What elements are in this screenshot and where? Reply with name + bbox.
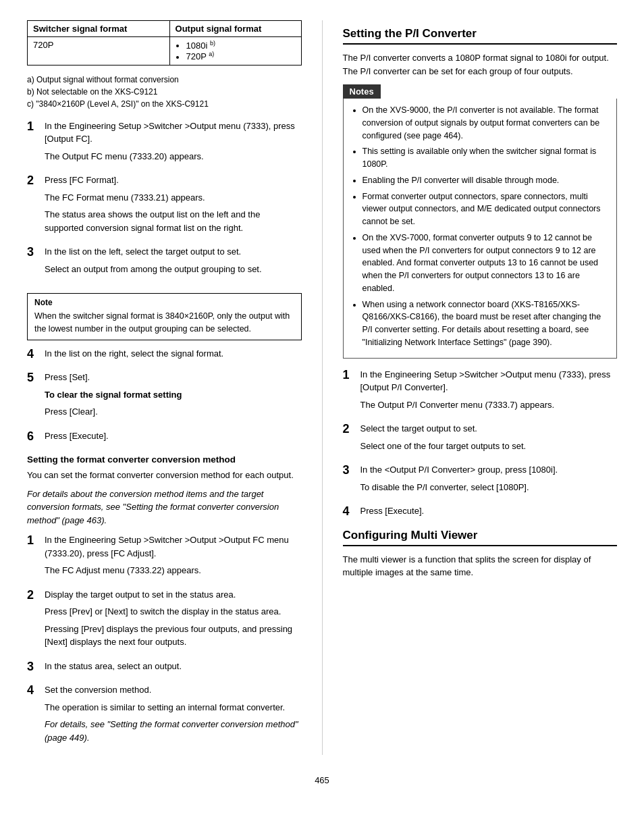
sub-step-3-content: In the status area, select an output. (45, 660, 302, 677)
subsection-italic-ref: For details about the conversion method … (27, 488, 302, 527)
step-1: 1 In the Engineering Setup >Switcher >Ou… (27, 120, 302, 167)
sub-step-1-number: 1 (27, 533, 39, 581)
note-item-5: On the XVS-7000, format converter output… (363, 232, 610, 295)
sub-step-3-number: 3 (27, 660, 39, 677)
footnotes: a) Output signal without format conversi… (27, 74, 302, 110)
step-3-number: 3 (27, 245, 39, 280)
sub-step-2: 2 Display the target output to set in th… (27, 588, 302, 653)
sub-step-4-sub1: The operation is similar to setting an i… (45, 701, 302, 714)
step-5-bold-label: To clear the signal format setting (45, 388, 302, 402)
step-1-sub: The Output FC menu (7333.20) appears. (45, 150, 302, 163)
note-item-3: Enabling the P/I converter will disable … (363, 174, 610, 187)
sub-step-1-sub: The FC Adjust menu (7333.22) appears. (45, 564, 302, 577)
right-step-1-main: In the Engineering Setup >Switcher >Outp… (360, 368, 618, 394)
subsection-heading: Setting the format converter conversion … (27, 454, 302, 465)
note-item-1: On the XVS-9000, the P/I converter is no… (363, 104, 610, 142)
right-step-4: 4 Press [Execute]. (343, 504, 618, 522)
sub-step-3-main: In the status area, select an output. (45, 660, 302, 673)
right-column: Setting the P/I Converter The P/I conver… (322, 20, 618, 755)
table-header-col1: Switcher signal format (28, 21, 170, 37)
list-item: 1080i b) (186, 40, 296, 51)
signal-format-table: Switcher signal format Output signal for… (27, 20, 302, 65)
step-6: 6 Press [Execute]. (27, 429, 302, 447)
right-step-4-main: Press [Execute]. (360, 504, 618, 518)
step-5-main: Press [Set]. (45, 371, 302, 384)
right-step-1-number: 1 (343, 368, 355, 416)
note-item-2: This setting is available only when the … (363, 145, 610, 171)
left-column: Switcher signal format Output signal for… (27, 20, 302, 755)
sub-step-2-number: 2 (27, 588, 39, 653)
table-cell-signal: 720P (28, 37, 170, 65)
step-5-bold-sub: Press [Clear]. (45, 405, 302, 419)
step-2-main: Press [FC Format]. (45, 174, 302, 187)
step-6-number: 6 (27, 429, 39, 447)
note-box-title: Note (34, 298, 294, 307)
pi-converter-heading: Setting the P/I Converter (343, 27, 618, 45)
step-4: 4 In the list on the right, select the s… (27, 347, 302, 365)
sub-step-2-sub2: Pressing [Prev] displays the previous fo… (45, 623, 302, 649)
step-2-sub1: The FC Format menu (7333.21) appears. (45, 191, 302, 205)
right-step-4-content: Press [Execute]. (360, 504, 618, 522)
right-step-3-number: 3 (343, 463, 355, 498)
note-box: Note When the switcher signal format is … (27, 293, 302, 340)
sub-step-4-number: 4 (27, 683, 39, 748)
right-step-3-sub: To disable the P/I converter, select [10… (360, 481, 618, 494)
sub-step-2-main: Display the target output to set in the … (45, 588, 302, 602)
sub-step-4-content: Set the conversion method. The operation… (45, 683, 302, 748)
step-1-number: 1 (27, 120, 39, 167)
step-6-main: Press [Execute]. (45, 429, 302, 443)
multi-viewer-heading: Configuring Multi Viewer (343, 529, 618, 546)
right-step-2: 2 Select the target output to set. Selec… (343, 422, 618, 456)
multi-viewer-intro: The multi viewer is a function that spli… (343, 553, 618, 579)
right-step-2-sub: Select one of the four target outputs to… (360, 440, 618, 453)
step-1-main: In the Engineering Setup >Switcher >Outp… (45, 120, 302, 146)
pi-converter-intro: The P/I converter converts a 1080P forma… (343, 51, 618, 78)
right-step-2-number: 2 (343, 422, 355, 456)
notes-box: Notes On the XVS-9000, the P/I converter… (343, 84, 618, 359)
step-1-content: In the Engineering Setup >Switcher >Outp… (45, 120, 302, 167)
right-step-3: 3 In the <Output P/I Converter> group, p… (343, 463, 618, 498)
right-step-3-content: In the <Output P/I Converter> group, pre… (360, 463, 618, 498)
subsection-intro: You can set the format converter convers… (27, 469, 302, 482)
step-3-main: In the list on the left, select the targ… (45, 245, 302, 259)
right-step-2-content: Select the target output to set. Select … (360, 422, 618, 456)
footnote-b: b) Not selectable on the XKS-C9121 (27, 86, 302, 98)
footnote-c: c) "3840×2160P (Level A, 2SI)" on the XK… (27, 98, 302, 110)
step-2: 2 Press [FC Format]. The FC Format menu … (27, 174, 302, 238)
step-3-content: In the list on the left, select the targ… (45, 245, 302, 280)
note-item-6: When using a network connector board (XK… (363, 298, 610, 349)
step-6-content: Press [Execute]. (45, 429, 302, 447)
step-4-main: In the list on the right, select the sig… (45, 347, 302, 361)
right-step-4-number: 4 (343, 504, 355, 522)
step-5: 5 Press [Set]. To clear the signal forma… (27, 371, 302, 423)
sub-step-2-sub1: Press [Prev] or [Next] to switch the dis… (45, 605, 302, 619)
step-2-number: 2 (27, 174, 39, 238)
sub-step-1: 1 In the Engineering Setup >Switcher >Ou… (27, 533, 302, 581)
sub-step-1-main: In the Engineering Setup >Switcher >Outp… (45, 533, 302, 560)
note-box-text: When the switcher signal format is 3840×… (34, 310, 294, 336)
step-4-number: 4 (27, 347, 39, 365)
right-step-1-content: In the Engineering Setup >Switcher >Outp… (360, 368, 618, 416)
page-number: 465 (27, 775, 617, 785)
right-step-1: 1 In the Engineering Setup >Switcher >Ou… (343, 368, 618, 416)
page-content: Switcher signal format Output signal for… (27, 20, 617, 755)
notes-body: On the XVS-9000, the P/I converter is no… (343, 99, 618, 359)
table-header-col2: Output signal format (169, 21, 301, 37)
note-item-4: Format converter output connectors, spar… (363, 190, 610, 228)
right-step-2-main: Select the target output to set. (360, 422, 618, 436)
sub-step-4: 4 Set the conversion method. The operati… (27, 683, 302, 748)
step-2-sub2: The status area shows the output list on… (45, 208, 302, 234)
step-2-content: Press [FC Format]. The FC Format menu (7… (45, 174, 302, 238)
sub-step-1-content: In the Engineering Setup >Switcher >Outp… (45, 533, 302, 581)
table-cell-output: 1080i b) 720P a) (169, 37, 301, 65)
step-5-content: Press [Set]. To clear the signal format … (45, 371, 302, 423)
step-4-content: In the list on the right, select the sig… (45, 347, 302, 365)
sub-step-4-sub2-italic: For details, see "Setting the format con… (45, 718, 302, 744)
right-step-3-main: In the <Output P/I Converter> group, pre… (360, 463, 618, 477)
notes-header: Notes (343, 84, 381, 99)
sub-step-3: 3 In the status area, select an output. (27, 660, 302, 677)
table-row: 720P 1080i b) 720P a) (28, 37, 302, 65)
step-5-number: 5 (27, 371, 39, 423)
sub-step-4-main: Set the conversion method. (45, 683, 302, 697)
sub-step-2-content: Display the target output to set in the … (45, 588, 302, 653)
